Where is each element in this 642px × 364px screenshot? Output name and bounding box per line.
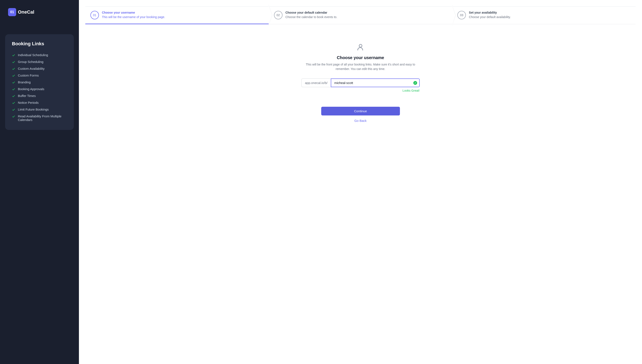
check-icon bbox=[12, 74, 15, 78]
feature-item: Buffer Times bbox=[12, 92, 67, 99]
step-number: 01 bbox=[90, 11, 99, 19]
feature-label: Custom Forms bbox=[18, 74, 39, 77]
main-content: 01 Choose your username This will be the… bbox=[79, 0, 642, 364]
step-content: Set your availability Choose your defaul… bbox=[469, 11, 511, 20]
step-number: 02 bbox=[274, 11, 283, 19]
card-title: Booking Links bbox=[12, 41, 67, 46]
feature-label: Read Availability From Multiple Calendar… bbox=[18, 114, 67, 122]
logo-text: OneCal bbox=[18, 9, 34, 15]
feature-list: Individual Scheduling Group Scheduling C… bbox=[12, 52, 67, 123]
step-title: Set your availability bbox=[469, 11, 511, 14]
check-icon bbox=[12, 94, 15, 98]
page-heading: Choose your username bbox=[337, 55, 384, 60]
step-1[interactable]: 01 Choose your username This will be the… bbox=[85, 6, 269, 24]
username-input[interactable] bbox=[331, 78, 419, 87]
username-input-group: app.onecal.io/b/ bbox=[301, 78, 420, 87]
page-subtext: This will be the front page of all your … bbox=[305, 62, 416, 71]
go-back-button[interactable]: Go Back bbox=[354, 119, 367, 122]
content-area: Choose your username This will be the fr… bbox=[79, 24, 642, 122]
check-icon bbox=[12, 108, 15, 112]
url-prefix: app.onecal.io/b/ bbox=[301, 78, 331, 87]
feature-label: Branding bbox=[18, 80, 31, 84]
feature-item: Custom Forms bbox=[12, 72, 67, 79]
feature-label: Booking Approvals bbox=[18, 87, 44, 91]
feature-item: Group Scheduling bbox=[12, 58, 67, 65]
feature-item: Read Availability From Multiple Calendar… bbox=[12, 113, 67, 123]
feature-label: Individual Scheduling bbox=[18, 53, 48, 57]
feature-item: Booking Approvals bbox=[12, 86, 67, 92]
step-number: 03 bbox=[457, 11, 466, 19]
step-desc: This will be the username of your bookin… bbox=[102, 15, 165, 19]
feature-item: Custom Availability bbox=[12, 65, 67, 72]
feature-item: Branding bbox=[12, 79, 67, 86]
feature-item: Notice Periods bbox=[12, 99, 67, 106]
check-icon bbox=[12, 54, 15, 57]
step-title: Choose your default calendar bbox=[285, 11, 337, 14]
check-icon bbox=[12, 81, 15, 84]
step-desc: Choose your default availability. bbox=[469, 15, 511, 19]
brand-logo[interactable]: 01 OneCal bbox=[5, 8, 74, 16]
feature-label: Limit Future Bookings bbox=[18, 108, 49, 111]
feature-item: Individual Scheduling bbox=[12, 52, 67, 58]
step-3[interactable]: 03 Set your availability Choose your def… bbox=[452, 6, 635, 24]
user-icon bbox=[356, 43, 365, 52]
validation-message: Looks Great! bbox=[301, 89, 420, 92]
sidebar: 01 OneCal Booking Links Individual Sched… bbox=[0, 0, 79, 364]
features-card: Booking Links Individual Scheduling Grou… bbox=[5, 34, 74, 130]
feature-label: Custom Availability bbox=[18, 67, 45, 70]
step-title: Choose your username bbox=[102, 11, 165, 14]
check-icon bbox=[12, 60, 15, 64]
step-content: Choose your username This will be the us… bbox=[102, 11, 165, 19]
svg-point-0 bbox=[359, 44, 362, 47]
step-content: Choose your default calendar Choose the … bbox=[285, 11, 337, 20]
check-icon bbox=[12, 101, 15, 104]
check-icon bbox=[12, 88, 15, 91]
continue-button[interactable]: Continue bbox=[321, 107, 400, 116]
feature-label: Group Scheduling bbox=[18, 60, 44, 64]
logo-mark-icon: 01 bbox=[8, 8, 16, 16]
check-circle-icon bbox=[413, 81, 417, 85]
check-icon bbox=[12, 115, 15, 118]
feature-label: Notice Periods bbox=[18, 101, 39, 104]
check-icon bbox=[12, 67, 15, 70]
feature-label: Buffer Times bbox=[18, 94, 36, 98]
step-2[interactable]: 02 Choose your default calendar Choose t… bbox=[269, 6, 452, 24]
stepper: 01 Choose your username This will be the… bbox=[85, 6, 635, 24]
input-wrapper bbox=[331, 78, 419, 87]
feature-item: Limit Future Bookings bbox=[12, 106, 67, 113]
step-desc: Choose the calendar to book events to. bbox=[285, 15, 337, 19]
